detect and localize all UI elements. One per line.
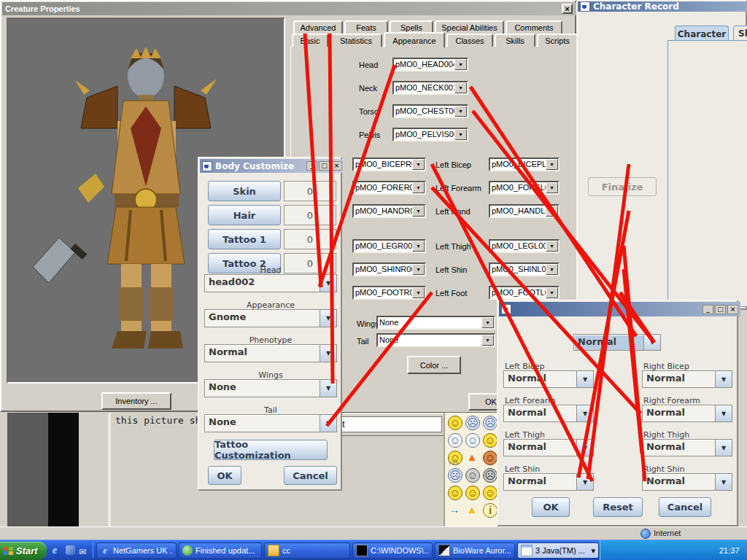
left-hand-right-model-combo[interactable]: pMO0_HANDR0▼ [352,204,426,218]
left-bicep-combo[interactable]: Normal▼ [503,370,594,388]
close-icon[interactable]: × [331,161,342,171]
tab-comments[interactable]: Comments [506,20,562,34]
close-icon[interactable]: × [727,305,738,314]
taskbar-task-4[interactable]: C:\WINDOWS\... [352,542,433,559]
parts-cancel-button[interactable]: Cancel [659,497,711,517]
emote-laughing-icon[interactable]: ☺ [465,486,480,500]
start-button[interactable]: Start [0,542,47,560]
left-bicep-right-model-combo[interactable]: pMO0_BICEPR0▼ [352,158,426,171]
left-forearm-right-model-combo[interactable]: pMO0_FORER00▼ [352,181,426,195]
chevron-down-icon[interactable]: ▼ [412,182,425,193]
creature-properties-titlebar[interactable]: Creature Properties [2,2,580,15]
chevron-down-icon[interactable]: ▼ [576,405,593,421]
chevron-down-icon[interactable]: ▼ [643,335,660,350]
close-button[interactable]: × [562,4,573,14]
body-customize-cancel-button[interactable]: Cancel [284,466,337,485]
left-forearm-combo[interactable]: Normal▼ [503,405,594,422]
chevron-down-icon[interactable]: ▼ [412,241,425,252]
chevron-down-icon[interactable]: ▼ [320,310,336,327]
quicklaunch-ie-icon[interactable]: e [53,545,57,556]
left-forearm-left-model-combo[interactable]: pMO0_FOREL00▼ [489,181,560,195]
left-thigh-left-model-combo[interactable]: pMO0_LEGL001▼ [489,239,560,253]
chevron-down-icon[interactable]: ▼ [546,206,558,217]
chevron-down-icon[interactable]: ▼ [546,264,558,275]
chevron-down-icon[interactable]: ▼ [546,159,558,170]
skin-button[interactable]: Skin [208,181,281,201]
emote-shy-icon[interactable]: ☺ [483,486,498,500]
wings-combo[interactable]: None ▼ [376,316,495,330]
left-thigh-right-model-combo[interactable]: pMO0_LEGR001▼ [352,239,426,253]
color-button[interactable]: Color ... [407,356,461,374]
taskbar-task-1[interactable]: eNetGamers UK ... [96,542,177,559]
tab-advanced[interactable]: Advanced [293,20,343,34]
chevron-down-icon[interactable]: ▼ [576,371,593,387]
emote-sad-icon[interactable]: ☹ [483,416,498,430]
pelvis-combo[interactable]: pMO0_PELVIS00▼ [392,128,468,141]
quicklaunch-mail-icon[interactable]: ✉ [79,547,86,557]
emote-smiley-icon[interactable]: ☺ [448,416,462,430]
parts-ok-button[interactable]: OK [532,497,570,517]
left-hand-left-model-combo[interactable]: pMO0_HANDL00▼ [489,204,560,218]
head-combo[interactable]: pMO0_HEAD004▼ [392,58,468,71]
emote-embarrassed-icon[interactable]: ☺ [465,468,480,483]
tail-combo[interactable]: None▼ [204,414,337,432]
chevron-down-icon[interactable]: ▼ [320,345,336,362]
parts-reset-button[interactable]: Reset [593,497,643,517]
tab-special-abilities[interactable]: Special Abilities [435,20,504,34]
minimize-icon[interactable]: _ [306,161,317,171]
right-forearm-combo[interactable]: Normal▼ [642,405,732,422]
chevron-down-icon[interactable]: ▼ [412,287,425,298]
group-arrow-icon[interactable]: ▾ [591,546,595,556]
quicklaunch-messenger-icon[interactable] [66,545,75,555]
emote-arrow-icon[interactable]: → [448,503,461,516]
chevron-down-icon[interactable]: ▼ [715,474,732,490]
right-thigh-combo[interactable]: Normal▼ [642,439,732,456]
tab-character[interactable]: Character [675,26,729,42]
chevron-down-icon[interactable]: ▼ [481,317,494,328]
taskbar-task-2[interactable]: Finished updat... [179,542,262,559]
emote-confused-icon[interactable]: ☹ [448,468,462,483]
torso-combo[interactable]: pMO0_CHEST00▼ [392,104,468,118]
tattoo-1-button[interactable]: Tattoo 1 [208,229,281,249]
minimize-icon[interactable]: _ [703,305,713,314]
chevron-down-icon[interactable]: ▼ [576,474,593,490]
chevron-down-icon[interactable]: ▼ [454,59,467,70]
left-shin-left-model-combo[interactable]: pMO0_SHINL00▼ [489,262,560,276]
inventory-button[interactable]: Inventory ... [101,392,171,410]
taskbar-task-6[interactable]: 3 Java(TM) ...▾ [517,542,599,559]
left-foot-right-model-combo[interactable]: pMO0_FOOTR00▼ [352,286,426,300]
left-shin-right-model-combo[interactable]: pMO0_SHINR00▼ [352,262,426,276]
emote-rolleyes-icon[interactable]: ☺ [448,433,462,448]
tab-feats[interactable]: Feats [344,20,388,34]
chevron-down-icon[interactable]: ▼ [320,415,336,432]
tab-scripts[interactable]: Scripts [537,34,578,47]
taskbar-task-3[interactable]: cc [264,542,350,559]
maximize-icon[interactable]: □ [715,305,726,314]
tab-statistics[interactable]: Statistics [330,34,382,47]
chevron-down-icon[interactable]: ▼ [412,264,425,275]
emote-flame-icon[interactable]: ▲ [465,451,479,464]
emote-warning-icon[interactable]: ▲ [465,503,479,516]
emote-annoyed-icon[interactable]: ☺ [448,486,462,500]
right-bicep-combo[interactable]: Normal▼ [642,370,732,388]
tab-skills-partial[interactable]: Sk [733,26,747,41]
chevron-down-icon[interactable]: ▼ [320,380,336,397]
left-bicep-left-model-combo[interactable]: pMO0_BICEPL00▼ [489,158,560,171]
chevron-down-icon[interactable]: ▼ [454,82,467,93]
chevron-down-icon[interactable]: ▼ [454,129,467,140]
tab-skills[interactable]: Skills [495,34,535,47]
emote-grin-icon[interactable]: ☺ [465,433,480,448]
chevron-down-icon[interactable]: ▼ [715,440,732,456]
left-thigh-combo[interactable]: Normal▼ [503,439,594,456]
chevron-down-icon[interactable]: ▼ [320,275,336,292]
emote-frown-icon[interactable]: ☹ [465,416,480,430]
head-combo[interactable]: head002▼ [204,274,337,292]
left-foot-left-model-combo[interactable]: pMO0_FOOTL00▼ [489,286,560,300]
tab-basic[interactable]: Basic [292,34,328,47]
taskbar-task-5[interactable]: BioWare Auror... [435,542,515,559]
tab-classes[interactable]: Classes [446,34,493,47]
chevron-down-icon[interactable]: ▼ [546,182,558,193]
chevron-down-icon[interactable]: ▼ [412,159,425,170]
chevron-down-icon[interactable]: ▼ [576,440,593,456]
emote-laugh-icon[interactable]: ☺ [483,433,498,448]
